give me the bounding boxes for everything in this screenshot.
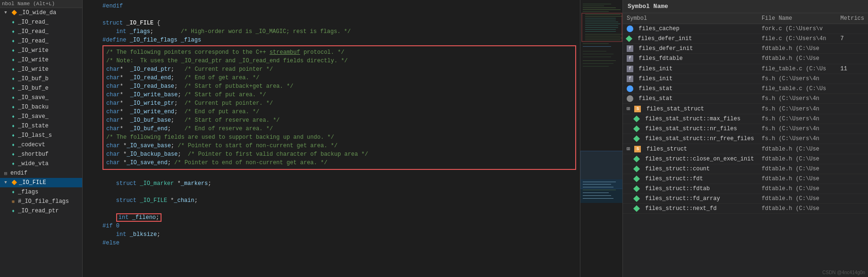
right-panel: Symbol Name Symbol File Name Metrics fil… xyxy=(622,0,868,277)
table-row[interactable]: ⊞ S files_struct fdtable.h (C:\Use xyxy=(623,144,868,154)
metrics-cell xyxy=(837,54,868,64)
sidebar-item-io-last-s[interactable]: ♦ _IO_last_s xyxy=(0,131,82,140)
sidebar-item-io-read-1[interactable]: ♦ _IO_read_ xyxy=(0,17,82,27)
table-row[interactable]: files_stat_struct::max_files fs.h (C:\Us… xyxy=(623,114,868,124)
symbol-table-wrapper[interactable]: Symbol File Name Metrics files_cachep fo… xyxy=(623,13,868,277)
sidebar-item-codecvt[interactable]: ♦ _codecvt xyxy=(0,140,82,150)
file-cell: fs.h (C:\Users\4n xyxy=(758,104,837,114)
sidebar-item-io-read-3[interactable]: ♦ _IO_read_ xyxy=(0,36,82,46)
table-row[interactable]: files_stat_struct::nr_files fs.h (C:\Use… xyxy=(623,124,868,134)
table-row[interactable]: files_struct::close_on_exec_init fdtable… xyxy=(623,154,868,164)
sidebar-item-shortbuf[interactable]: ♦ _shortbuf xyxy=(0,150,82,159)
table-row[interactable]: files_struct::count fdtable.h (C:\Use xyxy=(623,164,868,174)
sidebar-label: _wide_vta xyxy=(18,160,49,167)
expand-icon: ⊞ xyxy=(627,146,630,152)
code-line: char* _IO_write_end; /* End of put area.… xyxy=(106,108,572,116)
diamond-icon: ♦ xyxy=(9,66,17,73)
svg-rect-33 xyxy=(583,184,611,185)
sidebar-item-io-read-ptr[interactable]: ♦ _IO_read_ptr xyxy=(0,206,82,216)
blue-circle-icon xyxy=(627,85,633,92)
table-row[interactable]: files_defer_init file.c (C:\Users\4n 7 xyxy=(623,34,868,44)
sidebar-item-io-file-flags[interactable]: ⊞ #_IO_file_flags xyxy=(0,197,82,206)
code-line: /* The following fields are used to supp… xyxy=(106,133,572,142)
svg-rect-1 xyxy=(583,4,611,4)
watermark: CSDN @4nc414g0n xyxy=(822,270,865,275)
svg-rect-18 xyxy=(585,38,622,38)
green-diamond-icon xyxy=(633,176,640,182)
code-line xyxy=(83,10,580,19)
table-row[interactable]: files_stat file_table.c (C:\Us xyxy=(623,84,868,93)
code-editor[interactable]: #endif struct _IO_FILE { int _flags; /* … xyxy=(83,0,580,277)
table-row[interactable]: f files_init file_table.c (C:\Us 11 xyxy=(623,64,868,74)
sidebar-item-io-write-2[interactable]: ♦ _IO_write xyxy=(0,55,82,65)
metrics-cell: 11 xyxy=(837,64,868,74)
sidebar-item-endif[interactable]: ⊞ endif xyxy=(0,168,82,178)
sidebar-item-io-buf-e[interactable]: ♦ _IO_buf_e xyxy=(0,84,82,93)
code-line: char* _IO_write_ptr; /* Current put poin… xyxy=(106,99,572,108)
sidebar-label: _IO_write xyxy=(18,47,49,54)
sidebar-item-wide-vta[interactable]: ♦ _wide_vta xyxy=(0,159,82,168)
symbol-sidebar[interactable]: nbol Name (Alt+L) ▼ 🔶 _IO_wide_da ♦ _IO_… xyxy=(0,0,83,277)
file-cell: fdtable.h (C:\Use xyxy=(758,164,837,174)
code-line: char* _IO_write_base; /* Start of put ar… xyxy=(106,91,572,99)
code-line: #if 0 xyxy=(83,222,580,230)
col-metrics: Metrics xyxy=(837,13,868,24)
diamond-icon: ♦ xyxy=(9,188,17,196)
file-cell: fs.h (C:\Users\4n xyxy=(758,114,837,124)
svg-rect-10 xyxy=(585,22,618,22)
sidebar-item-io-backu[interactable]: ♦ _IO_backu xyxy=(0,102,82,112)
sidebar-item-io-wide-da[interactable]: ▼ 🔶 _IO_wide_da xyxy=(0,8,82,17)
symbol-cell: f files_defer_init xyxy=(623,44,758,54)
file-cell: file_table.c (C:\Us xyxy=(758,64,837,74)
sidebar-item-io-read-2[interactable]: ♦ _IO_read_ xyxy=(0,27,82,36)
endif-icon: ⊞ xyxy=(2,169,9,177)
sidebar-item-io-state[interactable]: ♦ _IO_state xyxy=(0,121,82,131)
sidebar-item-io-file[interactable]: ▼ 🔶 _IO_FILE xyxy=(0,178,82,187)
file-cell: fdtable.h (C:\Use xyxy=(758,194,837,204)
table-row[interactable]: f files_fdtable fdtable.h (C:\Use xyxy=(623,54,868,64)
sidebar-item-io-write-3[interactable]: ♦ _IO_write xyxy=(0,65,82,74)
file-icon: f xyxy=(627,45,633,52)
svg-rect-2 xyxy=(583,6,604,6)
table-row[interactable]: files_struct::fdt fdtable.h (C:\Use xyxy=(623,174,868,184)
metrics-cell xyxy=(837,154,868,164)
table-row[interactable]: files_struct::next_fd fdtable.h (C:\Use xyxy=(623,204,868,214)
symbol-cell: files_struct::fdtab xyxy=(623,184,758,194)
diamond-icon: ♦ xyxy=(9,103,17,111)
sidebar-item-io-buf-b[interactable]: ♦ _IO_buf_b xyxy=(0,74,82,84)
file-cell: fork.c (C:\Users\v xyxy=(758,24,837,34)
green-diamond-icon xyxy=(633,116,640,122)
sidebar-item-io-save[interactable]: ♦ _IO_save_ xyxy=(0,93,82,102)
svg-rect-27 xyxy=(583,57,611,57)
blue-circle-icon xyxy=(627,25,633,32)
table-row[interactable]: files_stat_struct::nr_free_files fs.h (C… xyxy=(623,134,868,144)
minimap[interactable] xyxy=(580,0,622,277)
diamond-icon: ♦ xyxy=(9,122,17,130)
symbol-cell: files_struct::close_on_exec_init xyxy=(623,154,758,164)
svg-rect-36 xyxy=(583,193,609,193)
metrics-cell xyxy=(837,184,868,194)
table-row[interactable]: f files_defer_init fdtable.h (C:\Use xyxy=(623,44,868,54)
table-row[interactable]: files_stat fs.h (C:\Users\4n xyxy=(623,94,868,104)
sidebar-item-io-save2[interactable]: ♦ _IO_save_ xyxy=(0,112,82,121)
col-symbol: Symbol xyxy=(623,13,758,24)
table-row[interactable]: files_cachep fork.c (C:\Users\v xyxy=(623,24,868,34)
code-line: char* _IO_read_end; /* End of get area. … xyxy=(106,74,572,82)
sidebar-label: _IO_buf_b xyxy=(18,76,49,82)
sidebar-label: _IO_FILE xyxy=(19,179,46,186)
symbol-cell: files_stat xyxy=(623,84,758,93)
table-row[interactable]: f files_init fs.h (C:\Users\4n xyxy=(623,74,868,84)
table-row[interactable]: ⊞ S files_stat_struct fs.h (C:\Users\4n xyxy=(623,104,868,114)
sidebar-item-io-write-1[interactable]: ♦ _IO_write xyxy=(0,46,82,55)
table-row[interactable]: files_struct::fd_array fdtable.h (C:\Use xyxy=(623,194,868,204)
symbol-cell: files_stat xyxy=(623,94,758,104)
metrics-cell xyxy=(837,164,868,174)
diamond-icon: ♦ xyxy=(9,28,17,35)
struct-icon: S xyxy=(634,106,641,112)
file-cell: fdtable.h (C:\Use xyxy=(758,54,837,64)
table-row[interactable]: files_struct::fdtab fdtable.h (C:\Use xyxy=(623,184,868,194)
sidebar-item-flags[interactable]: ♦ _flags xyxy=(0,187,82,197)
code-line: char* _IO_read_base; /* Start of putback… xyxy=(106,82,572,91)
code-line xyxy=(83,205,580,213)
sidebar-label: _IO_wide_da xyxy=(19,9,56,16)
